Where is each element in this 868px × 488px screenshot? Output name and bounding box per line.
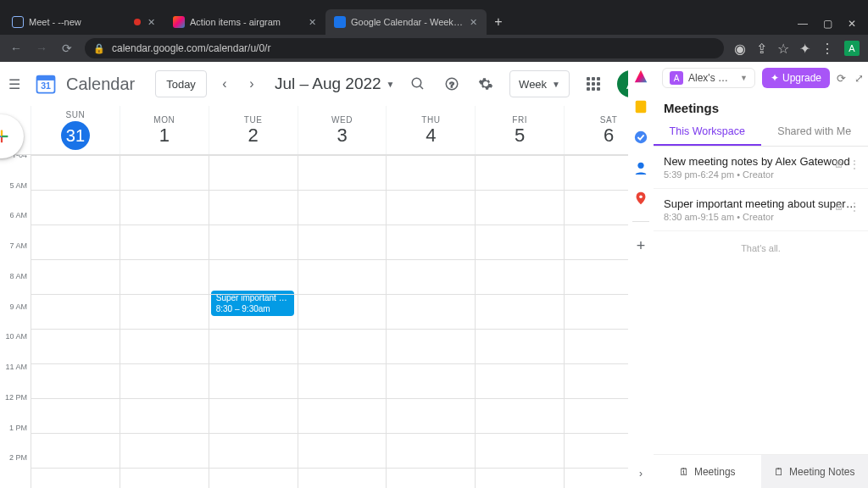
svg-text:?: ? <box>449 80 454 89</box>
svg-text:31: 31 <box>41 80 51 91</box>
chevron-down-icon: ▼ <box>387 80 395 89</box>
help-icon[interactable]: ? <box>442 74 462 94</box>
calendar-grid[interactable]: T-04 5 AM6 AM7 AM8 AM9 AM10 AM11 AM12 PM… <box>0 155 653 488</box>
svg-point-10 <box>637 163 643 169</box>
prev-week-button[interactable]: ‹ <box>215 70 234 97</box>
recording-icon <box>134 19 141 25</box>
chevron-down-icon: ▼ <box>552 80 560 89</box>
window-max-icon[interactable]: ▢ <box>823 18 832 30</box>
footer-notes-button[interactable]: 🗒Meeting Notes <box>761 455 869 488</box>
contacts-icon[interactable] <box>633 160 648 175</box>
hamburger-icon[interactable]: ☰ <box>8 76 25 92</box>
tab-this-workspace[interactable]: This Workspace <box>654 119 761 146</box>
search-icon[interactable] <box>408 74 428 94</box>
airgram-panel: A Alex's Wor… ▼ ✦Upgrade ⟳ ⤢ Meetings Th… <box>654 62 868 488</box>
browser-tab[interactable]: Meet - --new ✕ <box>3 9 164 35</box>
apps-grid-icon[interactable] <box>583 74 604 94</box>
day-column[interactable]: Super important meet 8:30 – 9:30am <box>209 155 298 488</box>
calendar-wordmark: Calendar <box>66 75 135 94</box>
days-header: SUN31 MON1 TUE2 WED3 THU4 FRI5 SAT6 <box>0 106 653 155</box>
add-addon-icon[interactable]: + <box>637 237 646 255</box>
keep-icon[interactable] <box>633 99 648 114</box>
tab-favicon-gcal-icon <box>334 16 346 28</box>
eye-icon[interactable]: ◉ <box>734 41 746 57</box>
footer-meetings-button[interactable]: 🗓Meetings <box>654 455 761 488</box>
day-header[interactable]: THU4 <box>386 106 475 154</box>
menu-icon[interactable]: ⋮ <box>821 41 834 57</box>
day-header[interactable]: WED3 <box>298 106 387 154</box>
timezone-label: T-04 <box>0 155 31 181</box>
day-header[interactable]: FRI5 <box>475 106 564 154</box>
day-column[interactable] <box>386 155 475 488</box>
calendar-pane: ☰ 31 Calendar Today ‹ › Jul – Aug 2022▼ … <box>0 62 654 488</box>
profile-avatar[interactable]: A <box>844 41 860 56</box>
airgram-icon[interactable] <box>633 69 648 84</box>
tab-favicon-meet-icon <box>12 16 24 28</box>
svg-point-11 <box>639 195 643 198</box>
browser-toolbar: ← → ⟳ 🔒 calendar.google.com/calendar/u/0… <box>0 35 868 62</box>
close-icon[interactable]: ✕ <box>146 17 156 28</box>
date-range-label[interactable]: Jul – Aug 2022▼ <box>275 75 395 93</box>
tab-title: Action items - airgram <box>190 17 302 27</box>
collapse-rail-icon[interactable]: › <box>639 468 643 480</box>
puzzle-icon[interactable]: ✦ <box>799 41 810 57</box>
meeting-list: New meeting notes by Alex Gatewood 5:39 … <box>654 147 868 454</box>
note-icon[interactable]: 🗎 <box>834 158 844 170</box>
close-icon[interactable]: ✕ <box>468 17 478 28</box>
nav-reload-icon[interactable]: ⟳ <box>59 42 75 55</box>
meeting-item[interactable]: Super important meeting about super impo… <box>654 189 868 231</box>
next-week-button[interactable]: › <box>242 70 261 97</box>
end-of-list-label: That's all. <box>654 231 868 265</box>
day-header[interactable]: TUE2 <box>209 106 298 154</box>
browser-tab[interactable]: Action items - airgram ✕ <box>164 9 326 35</box>
panel-footer: 🗓Meetings 🗒Meeting Notes <box>654 454 868 488</box>
note-icon[interactable]: 🗎 <box>834 201 844 213</box>
workspace-switcher[interactable]: A Alex's Wor… ▼ <box>662 68 755 88</box>
upgrade-button[interactable]: ✦Upgrade <box>762 68 830 88</box>
calendar-icon: 🗓 <box>679 466 689 478</box>
tasks-icon[interactable] <box>633 130 648 145</box>
svg-marker-7 <box>635 70 647 82</box>
share-icon[interactable]: ⇪ <box>756 41 767 57</box>
browser-tab-active[interactable]: Google Calendar - Week of July ✕ <box>326 9 487 35</box>
window-close-icon[interactable]: ✕ <box>848 18 856 30</box>
day-header[interactable]: SUN31 <box>31 106 120 154</box>
panel-tabs: This Workspace Shared with Me <box>654 119 868 147</box>
sparkle-icon: ✦ <box>771 72 779 84</box>
panel-title: Meetings <box>654 94 868 119</box>
settings-icon[interactable] <box>476 74 496 94</box>
lock-icon: 🔒 <box>93 43 105 54</box>
view-switcher[interactable]: Week▼ <box>509 70 570 97</box>
panel-header: A Alex's Wor… ▼ ✦Upgrade ⟳ ⤢ <box>654 62 868 94</box>
svg-line-4 <box>420 86 423 89</box>
address-bar[interactable]: 🔒 calendar.google.com/calendar/u/0/r <box>85 38 724 58</box>
hours-gutter: T-04 5 AM6 AM7 AM8 AM9 AM10 AM11 AM12 PM… <box>0 155 31 488</box>
tab-title: Meet - --new <box>29 17 129 27</box>
svg-point-9 <box>635 131 647 143</box>
menu-icon[interactable]: ⋮ <box>849 201 860 213</box>
refresh-icon[interactable]: ⟳ <box>837 72 846 85</box>
meeting-item[interactable]: New meeting notes by Alex Gatewood 5:39 … <box>654 147 868 189</box>
browser-tab-strip: Meet - --new ✕ Action items - airgram ✕ … <box>0 0 868 35</box>
window-min-icon[interactable]: — <box>798 18 808 30</box>
tab-shared-with-me[interactable]: Shared with Me <box>761 119 869 146</box>
day-column[interactable] <box>475 155 564 488</box>
google-side-rail: + › <box>628 62 654 488</box>
today-button[interactable]: Today <box>155 70 207 97</box>
star-icon[interactable]: ☆ <box>777 41 789 57</box>
nav-back-icon[interactable]: ← <box>8 42 24 55</box>
nav-fwd-icon: → <box>34 42 49 55</box>
expand-icon[interactable]: ⤢ <box>854 72 864 85</box>
day-header[interactable]: MON1 <box>120 106 209 154</box>
notes-icon: 🗒 <box>774 466 784 478</box>
close-icon[interactable]: ✕ <box>307 17 317 28</box>
url-text: calendar.google.com/calendar/u/0/r <box>112 42 270 54</box>
menu-icon[interactable]: ⋮ <box>849 158 860 170</box>
new-tab-button[interactable]: + <box>487 9 510 35</box>
maps-icon[interactable] <box>633 191 648 206</box>
svg-point-3 <box>412 78 421 87</box>
day-column[interactable] <box>120 155 209 488</box>
day-column[interactable] <box>298 155 387 488</box>
day-column[interactable] <box>31 155 120 488</box>
tab-favicon-airgram-icon <box>173 16 185 28</box>
